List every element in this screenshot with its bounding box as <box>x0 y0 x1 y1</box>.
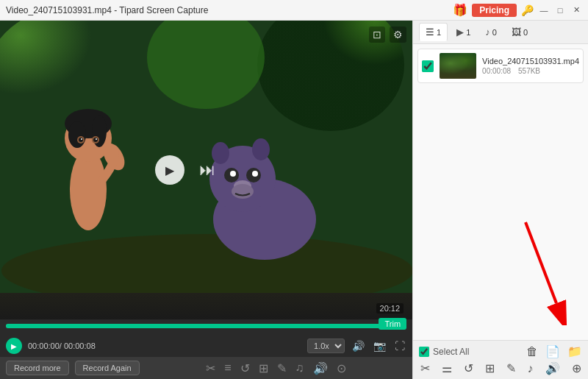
edit-tools: ✂ ≡ ↺ ⊞ ✎ ♫ 🔊 ⊙ <box>146 361 406 375</box>
progress-area: Trim <box>0 319 412 335</box>
list-icon: ☰ <box>426 26 434 38</box>
svg-point-13 <box>93 138 98 142</box>
merge-icon-2[interactable]: ⊞ <box>485 361 495 375</box>
svg-point-23 <box>230 171 236 177</box>
video-area[interactable]: ⊡ ⚙ ▶ ⏭ 20:12 <box>0 21 412 319</box>
rotate-icon[interactable]: ↺ <box>240 361 250 375</box>
right-bottom-toolbar: Select All 🗑 📄 📁 ✂ ⚌ ↺ ⊞ ✎ ♪ 🔊 ⊕ <box>413 340 588 379</box>
play-icon: ▶ <box>456 26 464 38</box>
play-button-large[interactable]: ▶ <box>155 155 184 185</box>
toolbar-row1: Select All 🗑 📄 📁 <box>419 344 582 358</box>
merge-icon[interactable]: ⊞ <box>259 361 268 375</box>
tab-image[interactable]: 🖼 0 <box>506 24 534 40</box>
media-list: Video_240715103931.mp4 00:00:08 557KB <box>413 44 588 196</box>
record-more-button[interactable]: Record more <box>6 361 69 375</box>
eq-icon-2[interactable]: ⚌ <box>442 361 452 375</box>
action-icons: 🗑 📄 📁 <box>526 344 582 358</box>
audio-icon[interactable]: ♫ <box>295 361 304 375</box>
delete-icon[interactable]: 🗑 <box>526 345 538 358</box>
main-container: ⊡ ⚙ ▶ ⏭ 20:12 Trim ▶ 00:00:00/ 00:00:08 <box>0 21 588 379</box>
play-button-small[interactable]: ▶ <box>6 338 22 354</box>
rotate-icon-2[interactable]: ↺ <box>464 361 473 375</box>
media-filename: Video_240715103931.mp4 <box>482 57 579 65</box>
fullscreen-icon[interactable]: ⛶ <box>393 339 406 353</box>
titlebar: Video_240715103931.mp4 - Tipard Screen C… <box>0 0 588 21</box>
speed-select[interactable]: 1.0x 0.5x 1.5x 2.0x <box>307 339 345 353</box>
audio2-icon[interactable]: 🔊 <box>313 361 328 375</box>
time-display: 00:00:00/ 00:00:08 <box>28 341 96 350</box>
svg-point-12 <box>79 138 83 142</box>
select-all-area: Select All <box>419 347 469 357</box>
cut-icon[interactable]: ✂ <box>206 361 215 375</box>
progress-bar-container[interactable]: Trim <box>6 324 406 328</box>
video-top-controls: ⊡ ⚙ <box>369 26 406 43</box>
camera-icon[interactable]: 📷 <box>372 339 387 353</box>
volume-icon[interactable]: 🔊 <box>351 339 366 353</box>
image-icon: 🖼 <box>512 26 521 38</box>
toolbar-row2: ✂ ⚌ ↺ ⊞ ✎ ♪ 🔊 ⊕ <box>419 361 582 375</box>
music-icon: ♪ <box>485 26 490 38</box>
svg-line-28 <box>526 222 556 303</box>
file-icon[interactable]: 📄 <box>545 344 560 358</box>
media-thumbnail <box>440 53 476 79</box>
record-again-button[interactable]: Record Again <box>75 361 140 375</box>
gift-icon: 🎁 <box>453 3 467 17</box>
tab-video[interactable]: ▶ 1 <box>451 24 476 40</box>
titlebar-left: Video_240715103931.mp4 - Tipard Screen C… <box>6 5 208 15</box>
pricing-button[interactable]: Pricing <box>472 4 517 17</box>
close-button[interactable]: ✕ <box>570 4 582 16</box>
folder-icon[interactable]: 📁 <box>567 344 582 358</box>
left-panel: ⊡ ⚙ ▶ ⏭ 20:12 Trim ▶ 00:00:00/ 00:00:08 <box>0 21 412 379</box>
equalizer-icon[interactable]: ≡ <box>224 361 231 375</box>
thumbnail-preview <box>440 53 476 79</box>
speaker-icon[interactable]: 🔊 <box>545 361 560 375</box>
timestamp-overlay: 20:12 <box>376 303 404 314</box>
svg-point-15 <box>96 138 97 140</box>
app-title: Video_240715103931.mp4 - Tipard Screen C… <box>6 5 208 15</box>
media-size: 557KB <box>518 67 540 75</box>
svg-point-8 <box>68 121 86 148</box>
media-duration: 00:00:08 <box>482 67 511 75</box>
select-all-checkbox[interactable] <box>419 347 429 357</box>
record-bar: Record more Record Again ✂ ≡ ↺ ⊞ ✎ ♫ 🔊 ⊙ <box>0 357 412 379</box>
key-icon: 🔑 <box>521 4 534 16</box>
media-meta: 00:00:08 557KB <box>482 67 579 75</box>
right-panel: ☰ 1 ▶ 1 ♪ 0 🖼 0 <box>412 21 588 379</box>
media-item-info: Video_240715103931.mp4 00:00:08 557KB <box>482 57 579 75</box>
maximize-button[interactable]: □ <box>554 4 566 16</box>
more-icon-2[interactable]: ⊕ <box>572 361 581 375</box>
playback-center: ▶ ⏭ <box>155 155 215 185</box>
svg-point-26 <box>232 184 254 199</box>
edit-icon-2[interactable]: ✎ <box>506 361 516 375</box>
svg-point-20 <box>252 138 270 160</box>
media-item[interactable]: Video_240715103931.mp4 00:00:08 557KB <box>417 49 584 83</box>
tab-audio[interactable]: ♪ 0 <box>479 24 503 40</box>
bottom-controls: ▶ 00:00:00/ 00:00:08 1.0x 0.5x 1.5x 2.0x… <box>0 335 412 357</box>
red-arrow-svg <box>503 215 577 325</box>
tab-audio-count: 0 <box>492 28 497 37</box>
progress-fill <box>6 324 387 328</box>
tab-video-list[interactable]: ☰ 1 <box>419 23 448 41</box>
media-item-checkbox[interactable] <box>422 60 434 72</box>
cut-icon-2[interactable]: ✂ <box>420 361 430 375</box>
settings-icon[interactable]: ⚙ <box>390 26 406 43</box>
screen-layout-icon[interactable]: ⊡ <box>369 26 385 43</box>
svg-point-24 <box>252 171 258 177</box>
select-all-label: Select All <box>433 347 469 357</box>
svg-point-14 <box>81 138 82 140</box>
tab-video-count: 1 <box>437 28 441 37</box>
more-icon[interactable]: ⊙ <box>337 361 346 375</box>
audio-lower-icon[interactable]: ♪ <box>528 362 534 375</box>
skip-forward-icon[interactable]: ⏭ <box>199 160 215 180</box>
titlebar-right: 🎁 Pricing 🔑 — □ ✕ <box>453 3 582 17</box>
trim-button[interactable]: Trim <box>379 318 406 330</box>
edit-icon[interactable]: ✎ <box>277 361 287 375</box>
tab-image-count: 0 <box>523 28 528 37</box>
minimize-button[interactable]: — <box>538 4 550 16</box>
media-tabs: ☰ 1 ▶ 1 ♪ 0 🖼 0 <box>413 21 588 44</box>
tab-play-count: 1 <box>466 28 470 37</box>
arrow-area <box>413 196 588 340</box>
